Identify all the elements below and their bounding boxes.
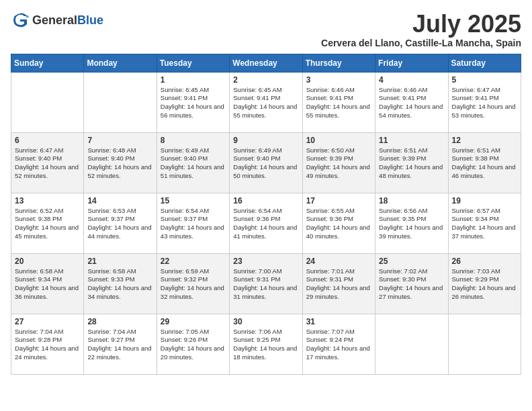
day-number: 26 (452, 257, 517, 266)
calendar-cell: 15Sunrise: 6:54 AM Sunset: 9:37 PM Dayli… (157, 193, 229, 253)
weekday-header-tuesday: Tuesday (157, 54, 229, 72)
day-info: Sunrise: 6:46 AM Sunset: 9:41 PM Dayligh… (306, 86, 371, 120)
day-info: Sunrise: 7:06 AM Sunset: 9:25 PM Dayligh… (233, 328, 298, 362)
day-info: Sunrise: 7:05 AM Sunset: 9:26 PM Dayligh… (161, 328, 226, 362)
calendar-cell (448, 314, 521, 374)
day-number: 23 (233, 257, 298, 266)
day-number: 1 (161, 75, 226, 85)
day-info: Sunrise: 6:49 AM Sunset: 9:40 PM Dayligh… (161, 146, 226, 181)
day-number: 19 (452, 196, 517, 205)
day-info: Sunrise: 6:51 AM Sunset: 9:38 PM Dayligh… (452, 146, 517, 181)
day-number: 22 (161, 257, 226, 266)
calendar-cell: 6Sunrise: 6:47 AM Sunset: 9:40 PM Daylig… (11, 132, 84, 193)
day-info: Sunrise: 6:47 AM Sunset: 9:41 PM Dayligh… (452, 86, 517, 120)
calendar-cell (84, 72, 157, 132)
day-number: 8 (161, 136, 226, 145)
title-area: July 2025 Cervera del Llano, Castille-La… (321, 11, 521, 48)
day-number: 9 (233, 136, 298, 145)
page-header: GeneralBlue July 2025 Cervera del Llano,… (11, 11, 521, 48)
calendar-cell: 13Sunrise: 6:52 AM Sunset: 9:38 PM Dayli… (11, 193, 84, 253)
day-info: Sunrise: 7:03 AM Sunset: 9:29 PM Dayligh… (452, 267, 517, 302)
logo: GeneralBlue (11, 11, 103, 30)
day-number: 17 (306, 196, 371, 205)
calendar-cell: 24Sunrise: 7:01 AM Sunset: 9:31 PM Dayli… (302, 253, 375, 314)
day-number: 24 (306, 257, 371, 266)
day-number: 12 (452, 136, 517, 145)
day-info: Sunrise: 6:47 AM Sunset: 9:40 PM Dayligh… (15, 146, 80, 181)
day-number: 28 (87, 317, 152, 326)
calendar-cell: 30Sunrise: 7:06 AM Sunset: 9:25 PM Dayli… (230, 314, 302, 374)
day-number: 25 (379, 257, 444, 266)
day-number: 2 (233, 75, 298, 85)
day-info: Sunrise: 6:45 AM Sunset: 9:41 PM Dayligh… (161, 86, 226, 120)
day-info: Sunrise: 6:52 AM Sunset: 9:38 PM Dayligh… (15, 207, 80, 241)
day-info: Sunrise: 6:48 AM Sunset: 9:40 PM Dayligh… (87, 146, 152, 181)
day-number: 15 (161, 196, 226, 205)
logo-text: GeneralBlue (32, 13, 103, 28)
day-number: 13 (15, 196, 80, 205)
calendar-cell: 16Sunrise: 6:54 AM Sunset: 9:36 PM Dayli… (230, 193, 302, 253)
day-number: 31 (306, 317, 371, 326)
day-number: 29 (161, 317, 226, 326)
calendar-cell: 25Sunrise: 7:02 AM Sunset: 9:30 PM Dayli… (375, 253, 448, 314)
day-number: 27 (15, 317, 80, 326)
day-info: Sunrise: 7:00 AM Sunset: 9:31 PM Dayligh… (233, 267, 298, 302)
calendar-cell: 23Sunrise: 7:00 AM Sunset: 9:31 PM Dayli… (230, 253, 302, 314)
day-number: 20 (15, 257, 80, 266)
calendar-cell (11, 72, 84, 132)
weekday-header-row: SundayMondayTuesdayWednesdayThursdayFrid… (11, 54, 521, 72)
day-info: Sunrise: 6:50 AM Sunset: 9:39 PM Dayligh… (306, 146, 371, 181)
calendar-week-row: 20Sunrise: 6:58 AM Sunset: 9:34 PM Dayli… (11, 253, 521, 314)
calendar-week-row: 1Sunrise: 6:45 AM Sunset: 9:41 PM Daylig… (11, 72, 521, 132)
calendar-cell: 14Sunrise: 6:53 AM Sunset: 9:37 PM Dayli… (84, 193, 157, 253)
calendar-cell: 9Sunrise: 6:49 AM Sunset: 9:40 PM Daylig… (230, 132, 302, 193)
month-title: July 2025 (321, 11, 521, 38)
day-number: 14 (87, 196, 152, 205)
calendar-cell: 29Sunrise: 7:05 AM Sunset: 9:26 PM Dayli… (157, 314, 229, 374)
day-info: Sunrise: 6:54 AM Sunset: 9:37 PM Dayligh… (161, 207, 226, 241)
day-info: Sunrise: 7:04 AM Sunset: 9:28 PM Dayligh… (15, 328, 80, 362)
calendar-week-row: 27Sunrise: 7:04 AM Sunset: 9:28 PM Dayli… (11, 314, 521, 374)
day-number: 3 (306, 75, 371, 85)
day-number: 10 (306, 136, 371, 145)
weekday-header-monday: Monday (84, 54, 157, 72)
day-info: Sunrise: 7:02 AM Sunset: 9:30 PM Dayligh… (379, 267, 444, 302)
location-title: Cervera del Llano, Castille-La Mancha, S… (321, 38, 521, 48)
calendar-cell (375, 314, 448, 374)
calendar-week-row: 13Sunrise: 6:52 AM Sunset: 9:38 PM Dayli… (11, 193, 521, 253)
logo-blue: Blue (77, 13, 103, 27)
calendar-cell: 28Sunrise: 7:04 AM Sunset: 9:27 PM Dayli… (84, 314, 157, 374)
day-info: Sunrise: 6:54 AM Sunset: 9:36 PM Dayligh… (233, 207, 298, 241)
day-number: 30 (233, 317, 298, 326)
calendar-week-row: 6Sunrise: 6:47 AM Sunset: 9:40 PM Daylig… (11, 132, 521, 193)
calendar-cell: 3Sunrise: 6:46 AM Sunset: 9:41 PM Daylig… (302, 72, 375, 132)
day-info: Sunrise: 6:59 AM Sunset: 9:32 PM Dayligh… (161, 267, 226, 302)
weekday-header-wednesday: Wednesday (230, 54, 302, 72)
day-info: Sunrise: 6:55 AM Sunset: 9:36 PM Dayligh… (306, 207, 371, 241)
day-number: 7 (87, 136, 152, 145)
day-number: 11 (379, 136, 444, 145)
day-number: 16 (233, 196, 298, 205)
day-number: 18 (379, 196, 444, 205)
day-info: Sunrise: 6:53 AM Sunset: 9:37 PM Dayligh… (87, 207, 152, 241)
day-info: Sunrise: 7:07 AM Sunset: 9:24 PM Dayligh… (306, 328, 371, 362)
calendar-cell: 22Sunrise: 6:59 AM Sunset: 9:32 PM Dayli… (157, 253, 229, 314)
day-info: Sunrise: 6:58 AM Sunset: 9:34 PM Dayligh… (15, 267, 80, 302)
calendar-cell: 4Sunrise: 6:46 AM Sunset: 9:41 PM Daylig… (375, 72, 448, 132)
calendar-cell: 27Sunrise: 7:04 AM Sunset: 9:28 PM Dayli… (11, 314, 84, 374)
day-info: Sunrise: 6:57 AM Sunset: 9:34 PM Dayligh… (452, 207, 517, 241)
weekday-header-thursday: Thursday (302, 54, 375, 72)
calendar-cell: 2Sunrise: 6:45 AM Sunset: 9:41 PM Daylig… (230, 72, 302, 132)
logo-icon (11, 11, 30, 30)
weekday-header-saturday: Saturday (448, 54, 521, 72)
day-number: 6 (15, 136, 80, 145)
day-number: 21 (87, 257, 152, 266)
day-info: Sunrise: 7:01 AM Sunset: 9:31 PM Dayligh… (306, 267, 371, 302)
calendar-cell: 12Sunrise: 6:51 AM Sunset: 9:38 PM Dayli… (448, 132, 521, 193)
calendar-cell: 20Sunrise: 6:58 AM Sunset: 9:34 PM Dayli… (11, 253, 84, 314)
calendar-cell: 31Sunrise: 7:07 AM Sunset: 9:24 PM Dayli… (302, 314, 375, 374)
day-info: Sunrise: 6:49 AM Sunset: 9:40 PM Dayligh… (233, 146, 298, 181)
calendar-cell: 26Sunrise: 7:03 AM Sunset: 9:29 PM Dayli… (448, 253, 521, 314)
day-number: 4 (379, 75, 444, 85)
calendar-cell: 7Sunrise: 6:48 AM Sunset: 9:40 PM Daylig… (84, 132, 157, 193)
